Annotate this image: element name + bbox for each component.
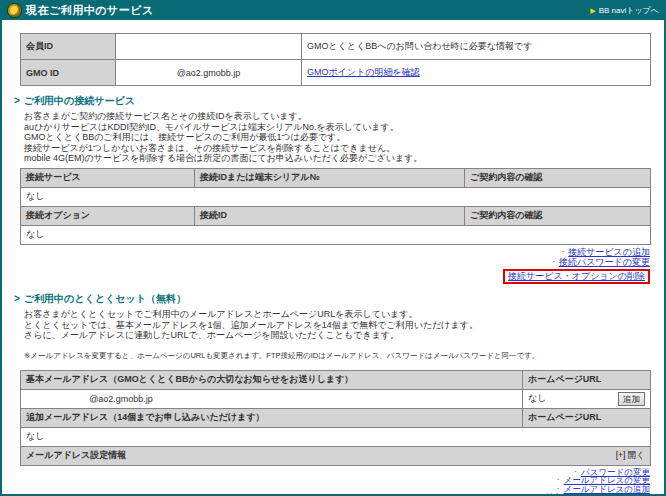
table-row: なし	[21, 187, 651, 206]
add-homepage-button[interactable]: 追加	[618, 392, 645, 406]
bullet-icon: ・	[555, 485, 562, 492]
col-basic-mail: 基本メールアドレス（GMOとくとくBBからの大切なお知らせをお送りします）	[21, 370, 523, 389]
table-row: なし	[21, 225, 651, 244]
page-title: 現在ご利用中のサービス	[26, 3, 154, 18]
gmo-points-link[interactable]: GMOポイントの明細を確認	[307, 67, 420, 77]
description-line: mobile 4G(EM)のサービスを削除する場合は所定の書面にてお申込みいただ…	[24, 153, 664, 164]
col-homepage-url: ホームページURL	[523, 370, 651, 389]
link-line: 接続サービス・オプションの削除	[20, 268, 650, 285]
red-highlight-box: 接続サービス・オプションの削除	[503, 269, 650, 285]
bb-mascot-icon	[7, 3, 22, 18]
additional-mail-none: なし	[21, 427, 651, 446]
page: 現在ご利用中のサービス ▶ BB naviトップへ 会員ID GMOとくとくBB…	[0, 0, 666, 496]
homepage-url-value: なし	[528, 392, 546, 405]
table-header-row: メールアドレス設定情報 [+] 開く	[21, 446, 651, 465]
content-area: 会員ID GMOとくとくBBへのお問い合わせ時に必要な情報です GMO ID @…	[2, 20, 664, 494]
link-delete-additional-mail[interactable]: 追加メールアドレスの削除	[547, 492, 650, 494]
table-row: なし	[21, 427, 651, 446]
connection-description: お客さまがご契約の接続サービス名とその接続IDを表示しています。 auひかりサー…	[24, 111, 664, 164]
description-line: GMOとくとくBBのご利用には、接続サービスのご利用が最低1つは必要です。	[24, 132, 664, 143]
description-line: お客さまがとくとくセットでご利用中のメールアドレスとホームページURLを表示して…	[24, 309, 664, 320]
gmo-id-value: @ao2.gmobb.jp	[116, 60, 302, 86]
table-header-row: 追加メールアドレス（14個までお申し込みいただけます） ホームページURL	[21, 408, 651, 427]
table-header-row: 接続オプション 接続ID ご契約内容の確認	[21, 206, 651, 225]
tokutoku-section-title: >ご利用中のとくとくセット（無料）	[14, 292, 664, 306]
table-row: GMO ID @ao2.gmobb.jp GMOポイントの明細を確認	[21, 60, 651, 86]
col-connection-id2: 接続ID	[195, 206, 465, 225]
connection-section-title: >ご利用中の接続サービス	[14, 94, 664, 108]
table-header-row: 接続サービス 接続IDまたは端末シリアル№ ご契約内容の確認	[21, 168, 651, 187]
member-id-label: 会員ID	[21, 34, 116, 60]
link-add-connection-service[interactable]: 接続サービスの追加	[568, 247, 650, 257]
bbnavi-top-label: BB naviトップへ	[599, 5, 659, 16]
gmo-id-label: GMO ID	[21, 60, 116, 86]
table-header-row: 基本メールアドレス（GMOとくとくBBからの大切なお知らせをお送りします） ホー…	[21, 370, 651, 389]
section-prefix: >	[14, 293, 20, 304]
col-connection-option: 接続オプション	[21, 206, 195, 225]
link-change-connection-password[interactable]: 接続パスワードの変更	[559, 257, 650, 267]
description-line: さらに、メールアドレスに連動したURLで、ホームページを開設いただくこともできま…	[24, 330, 664, 341]
bullet-icon: ・	[572, 468, 579, 475]
col-contract-check: ご契約内容の確認	[465, 168, 651, 187]
header-bar: 現在ご利用中のサービス ▶ BB naviトップへ	[0, 0, 666, 20]
col-additional-mail: 追加メールアドレス（14個までお申し込みいただけます）	[21, 408, 523, 427]
description-line: auひかりサービスはKDDI契約ID、モバイルサービスは端末シリアルNo.を表示…	[24, 122, 664, 133]
description-line: 接続サービスが1つしかないお客さまは、その接続サービスを削除することはできません…	[24, 143, 664, 154]
col-contract-check2: ご契約内容の確認	[465, 206, 651, 225]
connection-option-none: なし	[21, 225, 651, 244]
col-homepage-url2: ホームページURL	[523, 408, 651, 427]
mail-change-note: ※メールアドレスを変更すると、ホームページのURLも変更されます。FTP接続用の…	[24, 351, 664, 361]
link-line: ・接続サービスの追加	[20, 247, 650, 258]
link-line: ・メールアドレスの変更	[20, 476, 650, 485]
bullet-icon: ・	[555, 476, 562, 483]
bbnavi-top-link[interactable]: ▶ BB naviトップへ	[590, 5, 659, 16]
link-delete-connection-service-option[interactable]: 接続サービス・オプションの削除	[508, 271, 645, 281]
basic-email-value: @ao2.gmobb.jp	[26, 394, 216, 404]
link-line: ・接続パスワードの変更	[20, 257, 650, 268]
description-line: お客さまがご契約の接続サービス名とその接続IDを表示しています。	[24, 111, 664, 122]
description-line: とくとくセットでは、基本メールアドレスを1個、追加メールアドレスを14個まで無料…	[24, 320, 664, 331]
col-connection-service: 接続サービス	[21, 168, 195, 187]
connection-table: 接続サービス 接続IDまたは端末シリアル№ ご契約内容の確認 なし 接続オプショ…	[20, 168, 651, 245]
mail-table: 基本メールアドレス（GMOとくとくBBからの大切なお知らせをお送りします） ホー…	[20, 370, 651, 466]
account-table: 会員ID GMOとくとくBBへのお問い合わせ時に必要な情報です GMO ID @…	[20, 33, 651, 86]
section-prefix: >	[14, 95, 20, 106]
header-left: 現在ご利用中のサービス	[7, 3, 154, 18]
member-id-note: GMOとくとくBBへのお問い合わせ時に必要な情報です	[302, 34, 651, 60]
arrow-icon: ▶	[590, 7, 595, 14]
link-line: ・追加メールアドレスの削除	[20, 493, 650, 494]
col-connection-id: 接続IDまたは端末シリアル№	[195, 168, 465, 187]
mail-settings-open-toggle[interactable]: [+] 開く	[616, 450, 645, 462]
table-row: @ao2.gmobb.jp なし 追加	[21, 389, 651, 408]
connection-service-none: なし	[21, 187, 651, 206]
tokutoku-description: お客さまがとくとくセットでご利用中のメールアドレスとホームページURLを表示して…	[24, 309, 664, 341]
bullet-icon: ・	[538, 493, 545, 494]
bullet-icon: ・	[559, 248, 566, 255]
member-id-value	[116, 34, 302, 60]
table-row: 会員ID GMOとくとくBBへのお問い合わせ時に必要な情報です	[21, 34, 651, 60]
connection-links: ・接続サービスの追加 ・接続パスワードの変更 接続サービス・オプションの削除	[20, 247, 650, 285]
mail-settings-label: メールアドレス設定情報	[26, 449, 126, 462]
bullet-icon: ・	[550, 258, 557, 265]
mail-links: ・パスワードの変更 ・メールアドレスの変更 ・メールアドレスの追加 ・追加メール…	[20, 468, 650, 494]
link-line: ・パスワードの変更	[20, 468, 650, 477]
